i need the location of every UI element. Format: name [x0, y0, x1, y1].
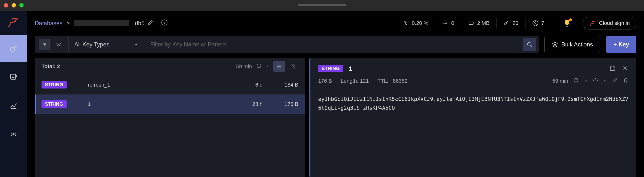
- svg-rect-11: [293, 67, 294, 68]
- ttl-label: TTL:: [378, 78, 388, 84]
- key-details-panel: STRING 1 176 B Length: 121 TTL: 86: [310, 58, 636, 177]
- db-name: db5: [135, 20, 144, 27]
- window-controls: [4, 3, 24, 8]
- stat-cpu-value: 0.20 %: [412, 20, 428, 26]
- svg-rect-1: [10, 74, 16, 79]
- delete-key-icon[interactable]: [623, 77, 628, 85]
- bulk-actions-button[interactable]: Bulk Actions: [544, 36, 600, 53]
- format-menu-chevron[interactable]: [604, 78, 607, 84]
- key-ttl: 6 d: [234, 82, 262, 88]
- key-name: 1: [74, 101, 227, 107]
- window-drag-handle[interactable]: [298, 4, 346, 6]
- maximize-window-button[interactable]: [19, 3, 24, 8]
- key-ttl: 23 h: [234, 101, 262, 107]
- add-key-button[interactable]: + Key: [606, 36, 636, 53]
- db-name-group: db5: [135, 19, 168, 27]
- total-count-label: Total: 2: [42, 63, 60, 70]
- stat-keys-value: 20: [512, 20, 518, 26]
- header-stats: 0.20 % 0 2 MB 20 7: [396, 18, 551, 29]
- tree-view-icon[interactable]: [287, 61, 298, 72]
- search-button[interactable]: [523, 38, 536, 51]
- content: Total: 2 59 min: [27, 58, 644, 177]
- stat-memory-value: 2 MB: [477, 20, 490, 26]
- sidebar-item-workbench[interactable]: [0, 64, 27, 90]
- key-size: 176 B: [270, 101, 298, 107]
- details-type-badge: STRING: [318, 65, 343, 72]
- svg-rect-12: [610, 66, 615, 71]
- details-refresh-age: 59 min: [552, 78, 568, 84]
- key-type-label: All Key Types: [74, 41, 109, 48]
- cloud-signin-button[interactable]: Cloud sign in: [583, 17, 636, 30]
- svg-rect-10: [293, 65, 294, 66]
- close-details-icon[interactable]: [622, 65, 628, 72]
- header: Databases > db5 0.20 %: [27, 11, 644, 36]
- breadcrumb-databases-link[interactable]: Databases: [35, 20, 62, 27]
- list-view-icon[interactable]: [273, 61, 285, 72]
- bulk-actions-label: Bulk Actions: [562, 41, 593, 48]
- sidebar-item-analytics[interactable]: [0, 92, 27, 119]
- details-length: Length: 121: [341, 78, 369, 84]
- filter-icon[interactable]: [39, 39, 50, 50]
- stat-latency[interactable]: 0: [435, 18, 461, 29]
- svg-point-8: [528, 42, 531, 46]
- sidebar-item-pubsub[interactable]: [0, 121, 27, 147]
- key-list-header: Total: 2 59 min: [35, 58, 305, 75]
- svg-rect-4: [469, 22, 473, 25]
- edit-value-icon[interactable]: [612, 77, 618, 85]
- refresh-icon[interactable]: [256, 63, 262, 70]
- info-icon[interactable]: [161, 19, 168, 27]
- key-row[interactable]: STRING 1 23 h 176 B: [35, 94, 305, 114]
- key-list-panel: Total: 2 59 min: [35, 58, 305, 177]
- details-key-name: 1: [349, 65, 352, 72]
- stat-clients[interactable]: 7: [525, 18, 551, 29]
- sidebar-item-browser[interactable]: [0, 35, 27, 62]
- details-header: STRING 1: [310, 58, 636, 77]
- stat-memory[interactable]: 2 MB: [461, 18, 496, 29]
- svg-rect-9: [291, 65, 292, 66]
- svg-point-5: [504, 23, 506, 25]
- app-logo[interactable]: [8, 16, 20, 28]
- pattern-icon[interactable]: [53, 39, 64, 50]
- stat-cpu[interactable]: 0.20 %: [396, 18, 435, 29]
- fullscreen-icon[interactable]: [609, 65, 616, 72]
- edit-db-icon[interactable]: [148, 20, 153, 27]
- sidebar: [0, 11, 27, 177]
- toolbar: All Key Types Bulk Actions + Key: [35, 36, 636, 53]
- filter-group: All Key Types: [35, 36, 538, 53]
- refresh-menu-chevron[interactable]: [266, 63, 270, 70]
- details-size: 176 B: [318, 78, 332, 84]
- type-badge: STRING: [42, 81, 66, 89]
- key-row[interactable]: STRING refresh_1 6 d 184 B: [35, 75, 305, 94]
- breadcrumb-separator: >: [66, 20, 70, 27]
- type-badge: STRING: [42, 100, 66, 108]
- main-area: Databases > db5 0.20 %: [27, 11, 644, 177]
- redacted-connection: [74, 20, 129, 26]
- key-size: 184 B: [270, 82, 298, 88]
- filter-icons: [35, 36, 68, 53]
- refresh-menu-chevron[interactable]: [584, 78, 588, 84]
- list-refresh-age: 59 min: [236, 63, 252, 70]
- details-meta: 176 B Length: 121 TTL: 86382 59 min: [310, 77, 636, 91]
- app-shell: Databases > db5 0.20 %: [0, 11, 644, 177]
- stat-latency-value: 0: [451, 20, 454, 26]
- insights-icon[interactable]: [563, 19, 571, 28]
- key-name: refresh_1: [74, 82, 227, 88]
- cloud-signin-label: Cloud sign in: [599, 20, 630, 26]
- ttl-value: 86382: [393, 78, 408, 84]
- breadcrumb: Databases >: [35, 20, 129, 27]
- stat-keys[interactable]: 20: [496, 18, 525, 29]
- svg-point-2: [13, 133, 14, 135]
- key-type-select[interactable]: All Key Types: [68, 36, 144, 53]
- format-icon[interactable]: [592, 77, 598, 85]
- details-ttl: TTL: 86382: [378, 78, 408, 84]
- refresh-icon[interactable]: [573, 77, 579, 85]
- chevron-down-icon: [134, 42, 138, 47]
- svg-point-6: [534, 22, 536, 24]
- search-input[interactable]: [144, 36, 521, 53]
- view-toggle: [273, 61, 298, 72]
- minimize-window-button[interactable]: [12, 3, 16, 8]
- titlebar: [0, 0, 644, 11]
- key-value: eyJhbGciOiJIUzI1NiIsInR5cCI6IkpXVCJ9.eyJ…: [318, 95, 628, 113]
- stat-clients-value: 7: [542, 20, 544, 26]
- close-window-button[interactable]: [4, 3, 8, 8]
